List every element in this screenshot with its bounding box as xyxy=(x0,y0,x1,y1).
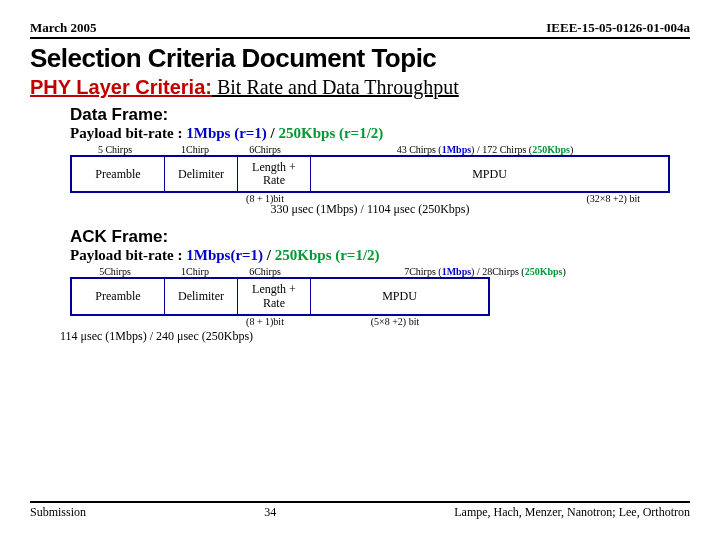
ack-cell-length-rate: Length + Rate xyxy=(238,279,311,313)
rate-1mbps: 1Mbps (r=1) xyxy=(186,125,267,141)
ack-chirp-col1: 5Chirps xyxy=(70,266,160,277)
subtitle-rest: Bit Rate and Data Throughput xyxy=(212,76,459,98)
ack-rate-250kbps: 250Kbps (r=1/2) xyxy=(275,247,380,263)
ack-frame-heading: ACK Frame: xyxy=(70,227,690,247)
header-docid: IEEE-15-05-0126-01-004a xyxy=(546,20,690,36)
footer-left: Submission xyxy=(30,505,86,520)
header-date: March 2005 xyxy=(30,20,97,36)
cell-mpdu: MPDU xyxy=(311,157,668,191)
chirp-col1: 5 Chirps xyxy=(70,144,160,155)
footer: Submission 34 Lampe, Hach, Menzer, Nanot… xyxy=(30,501,690,520)
ack-chirp-col3: 6Chirps xyxy=(230,266,300,277)
chirp-col4: 43 Chirps (1Mbps) / 172 Chirps (250Kbps) xyxy=(300,144,670,155)
ack-cell-preamble: Preamble xyxy=(72,279,165,313)
footer-page: 34 xyxy=(264,505,276,520)
ack-timing: 114 μsec (1Mbps) / 240 μsec (250Kbps) xyxy=(60,329,690,344)
data-bit-row: (8 + 1)bit (32×8 +2) bit xyxy=(70,193,670,204)
ack-frame-payload: Payload bit-rate : 1Mbps(r=1) / 250Kbps … xyxy=(70,247,690,264)
ack-rate-sep: / xyxy=(263,247,275,263)
cell-length-rate: Length + Rate xyxy=(238,157,311,191)
ack-chirp-col2: 1Chirp xyxy=(160,266,230,277)
ack-chirp-col4: 7Chirps (1Mbps) / 28Chirps (250Kbps) xyxy=(300,266,670,277)
ack-chirp-row: 5Chirps 1Chirp 6Chirps 7Chirps (1Mbps) /… xyxy=(70,266,670,277)
rate-250kbps: 250Kbps (r=1/2) xyxy=(279,125,384,141)
data-frame-row: Preamble Delimiter Length + Rate MPDU xyxy=(70,155,670,193)
ack-payload-prefix: Payload bit-rate : xyxy=(70,247,186,263)
ack-rate-1mbps: 1Mbps(r=1) xyxy=(186,247,263,263)
bits-lr: (8 + 1)bit xyxy=(230,193,300,204)
data-frame-payload: Payload bit-rate : 1Mbps (r=1) / 250Kbps… xyxy=(70,125,690,142)
cell-delimiter: Delimiter xyxy=(165,157,238,191)
data-frame-heading: Data Frame: xyxy=(70,105,690,125)
ack-bits-lr: (8 + 1)bit xyxy=(230,316,300,327)
cell-preamble: Preamble xyxy=(72,157,165,191)
page-title: Selection Criteria Document Topic xyxy=(30,43,690,74)
subtitle: PHY Layer Criteria: Bit Rate and Data Th… xyxy=(30,76,690,99)
data-chirp-row: 5 Chirps 1Chirp 6Chirps 43 Chirps (1Mbps… xyxy=(70,144,670,155)
payload-prefix: Payload bit-rate : xyxy=(70,125,186,141)
ack-cell-mpdu: MPDU xyxy=(311,279,488,313)
rate-sep: / xyxy=(267,125,279,141)
ack-bit-row: (8 + 1)bit (5×8 +2) bit xyxy=(70,316,490,327)
subtitle-label: PHY Layer Criteria: xyxy=(30,76,212,98)
data-timing: 330 μsec (1Mbps) / 1104 μsec (250Kbps) xyxy=(70,202,670,217)
ack-cell-delimiter: Delimiter xyxy=(165,279,238,313)
chirp-col3: 6Chirps xyxy=(230,144,300,155)
ack-frame-row: Preamble Delimiter Length + Rate MPDU xyxy=(70,277,490,315)
footer-authors: Lampe, Hach, Menzer, Nanotron; Lee, Orth… xyxy=(454,505,690,520)
bits-mpdu: (32×8 +2) bit xyxy=(300,193,670,204)
ack-bits-mpdu: (5×8 +2) bit xyxy=(300,316,490,327)
chirp-col2: 1Chirp xyxy=(160,144,230,155)
